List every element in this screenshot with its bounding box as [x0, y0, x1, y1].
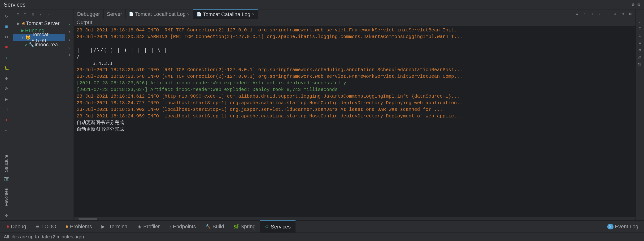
sidebar-icon-expand-all[interactable]: ⊞: [2, 22, 11, 31]
services-toolbar: ≡ ⇅ ⊞ ⧸ »: [13, 9, 65, 19]
clear-btn[interactable]: ⊠: [627, 11, 634, 17]
right-down-icon[interactable]: ↓: [637, 18, 643, 25]
services-label: Services: [271, 224, 290, 230]
expand-arrow: ▶: [17, 21, 20, 26]
sidebar-icon-pause[interactable]: ⏸: [2, 105, 11, 114]
problems-label: Problems: [70, 224, 92, 230]
reload-action-icon[interactable]: ↻: [66, 44, 73, 50]
event-count: 2: [607, 224, 614, 230]
log-line-3: 23-Jul-2021 18:18:23.519 INFO [RMI TCP C…: [74, 67, 636, 73]
right-gear-icon[interactable]: ⚙: [637, 47, 643, 53]
tabs-actions: ≡ ↑ ↓ ← → ⏎ ⊞ ⊠: [574, 11, 636, 17]
sidebar-icon-debug[interactable]: 🐛: [2, 63, 11, 73]
profiler-label: Profiler: [143, 224, 160, 230]
expand-all-btn[interactable]: ≡: [15, 11, 21, 17]
bottom-tab-problems[interactable]: Problems: [61, 221, 97, 233]
log-line-6: 23-Jul-2021 18:18:24.727 INFO [localhost…: [74, 100, 636, 106]
log-line-4: 23-Jul-2021 18:18:23.548 INFO [RMI TCP C…: [74, 73, 636, 80]
terminal-icon: ▶_: [102, 224, 107, 229]
sidebar-icon-add[interactable]: ＋: [2, 53, 11, 62]
localhost-log-close[interactable]: ✕: [187, 12, 190, 16]
localhost-log-icon: 📄: [129, 12, 134, 16]
bottom-tab-spring[interactable]: 🌿 Spring: [229, 221, 260, 233]
tab-catalina-log[interactable]: 📄 Tomcat Catalina Log ✕: [194, 9, 258, 19]
spring-label: Spring: [241, 224, 256, 230]
log-line-1: 23-Jul-2021 18:18:18.044 INFO [RMI TCP C…: [74, 27, 636, 33]
globe-icon[interactable]: ⊕: [632, 2, 634, 7]
build-icon: 🔨: [206, 224, 211, 229]
scroll-right-btn[interactable]: →: [604, 11, 611, 17]
deploy-action-icon[interactable]: ⬇: [66, 51, 73, 58]
log-line-banner1: _ _ __ _ ___ _: [74, 40, 636, 47]
tomcat-server-label: Tomcat Server: [26, 20, 60, 26]
tab-localhost-log[interactable]: 📄 Tomcat Localhost Log ✕: [126, 9, 194, 19]
sidebar-icon-collapse-all[interactable]: ⊟: [2, 32, 11, 42]
down-action-icon[interactable]: ↓: [66, 36, 73, 43]
event-log-btn[interactable]: 2 Event Log: [604, 221, 642, 233]
scroll-left-btn[interactable]: ←: [597, 11, 603, 17]
tree-item-tomcat-server[interactable]: ▶ 🖥 Tomcat Server: [13, 20, 65, 27]
log-line-banner2: | | |/\/( ) |_) | |_| |_\ |: [74, 47, 636, 53]
log-line-banner3: / |: [74, 53, 636, 60]
structure-label: Structure: [4, 155, 9, 172]
tree-item-imooc[interactable]: ✔ 🔧 imooc-rea...: [13, 41, 65, 48]
sidebar-icon-edit[interactable]: ✏: [2, 126, 11, 135]
sidebar-icon-settings3[interactable]: ⚙: [2, 211, 11, 220]
right-print-icon[interactable]: 🖨: [637, 54, 643, 60]
more-btn[interactable]: »: [45, 11, 52, 17]
bottom-tab-todo[interactable]: ☰ TODO: [31, 221, 61, 233]
debug-label: Debug: [11, 224, 26, 230]
favorites-label: Favorites: [4, 188, 9, 206]
log-line-8: 23-Jul-2021 18:18:24.959 INFO [localhost…: [74, 113, 636, 120]
up-action-icon[interactable]: ↑: [66, 29, 73, 35]
soft-wrap-btn[interactable]: ⏎: [612, 11, 618, 17]
sidebar-icon-update[interactable]: ↻: [2, 11, 11, 21]
right-delete-icon[interactable]: 🗑: [637, 61, 643, 68]
sidebar-icon-record[interactable]: ●: [2, 115, 11, 125]
scroll-up-btn[interactable]: ↑: [582, 11, 588, 17]
check-icon: ✔: [24, 42, 28, 47]
tree-item-tomcat-version[interactable]: ▼ 🐱 Tomcat 8.5.69: [13, 34, 65, 41]
bottom-tab-services[interactable]: ⚙ Services: [260, 221, 295, 233]
horizontal-scrollbar[interactable]: [74, 217, 636, 220]
tabs-bar: Debugger Server 📄 Tomcat Localhost Log ✕…: [74, 9, 636, 19]
filter-btn[interactable]: ⧸: [37, 11, 44, 17]
log-header: Output: [74, 19, 636, 26]
sidebar-icon-refresh[interactable]: ⟳: [2, 84, 11, 94]
app-title: Services: [4, 1, 26, 8]
tab-menu-btn[interactable]: ≡: [574, 11, 581, 17]
bottom-tab-profiler[interactable]: ◈ Profiler: [133, 221, 164, 233]
catalina-log-close[interactable]: ✕: [252, 12, 254, 16]
check-action-icon[interactable]: ✔: [66, 21, 73, 28]
scrollbar-thumb[interactable]: [78, 218, 98, 220]
right-sidebar: ↑ ↓ ⤒ ⤓ ≡ ⚙ 🖨 🗑: [636, 9, 644, 220]
right-bottom-icon[interactable]: ⤓: [637, 33, 643, 39]
group-btn[interactable]: ⊞: [30, 11, 36, 17]
tab-debugger[interactable]: Debugger: [74, 9, 104, 19]
bottom-tab-terminal[interactable]: ▶_ Terminal: [97, 221, 133, 233]
sidebar-icon-stop[interactable]: ■: [2, 42, 11, 52]
tab-server[interactable]: Server: [104, 9, 126, 19]
sidebar-icon-camera[interactable]: 📷: [2, 174, 11, 183]
server-icon: 🖥: [21, 21, 25, 26]
scroll-down-btn[interactable]: ↓: [589, 11, 596, 17]
catalina-log-icon: 📄: [197, 12, 202, 16]
output-label: Output: [76, 19, 92, 25]
bottom-tab-endpoints[interactable]: ⟩ Endpoints: [164, 221, 201, 233]
bottom-tab-debug[interactable]: Debug: [2, 221, 31, 233]
right-up-icon[interactable]: ↑: [637, 11, 643, 18]
expand-arrow-2: ▼: [21, 35, 24, 40]
build-label: Build: [212, 224, 224, 230]
endpoints-icon: ⟩: [169, 224, 171, 229]
table-btn[interactable]: ⊞: [620, 11, 626, 17]
left-sidebar: ↻ ⊞ ⊟ ■ ＋ 🐛 ⚙ ⟳ ▶ ⏸ ● ✏ Structure 📷 ⚙ Fa…: [0, 9, 13, 220]
right-filter-icon[interactable]: ≡: [637, 40, 643, 46]
sidebar-icon-settings2[interactable]: ⚙: [2, 74, 11, 83]
sort-btn[interactable]: ⇅: [22, 11, 29, 17]
right-top-icon[interactable]: ⤒: [637, 25, 643, 32]
settings-icon[interactable]: ⚙: [638, 2, 640, 7]
imooc-label: imooc-rea...: [35, 42, 62, 48]
todo-label: TODO: [41, 224, 56, 230]
bottom-tab-build[interactable]: 🔨 Build: [201, 221, 229, 233]
sidebar-icon-play[interactable]: ▶: [2, 94, 11, 104]
